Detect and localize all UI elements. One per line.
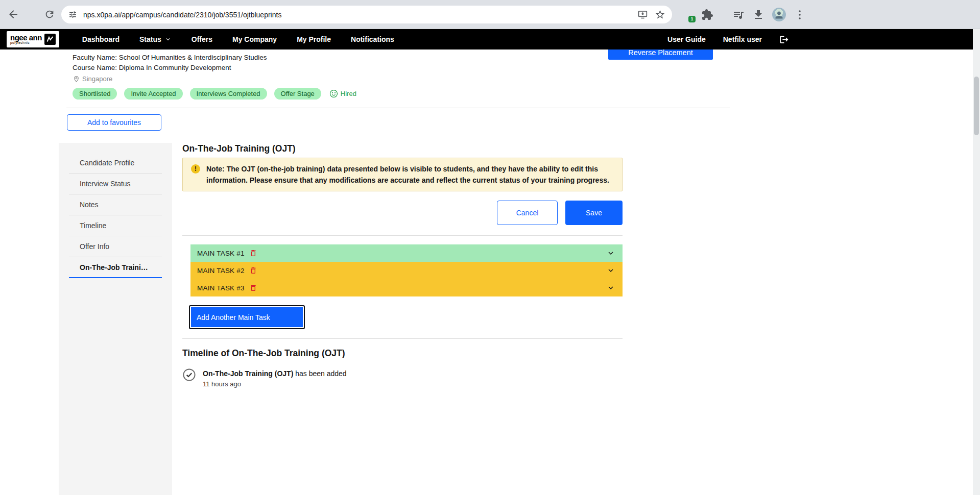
sidebar-item-notes[interactable]: Notes bbox=[69, 194, 162, 215]
logo-text-line1: ngee ann bbox=[10, 34, 42, 41]
warning-note: ! Note: The OJT (on-the-job training) da… bbox=[182, 158, 623, 191]
np-logo[interactable]: ngee ann polytechnic bbox=[7, 31, 59, 47]
delete-task-button[interactable] bbox=[249, 249, 257, 257]
status-badge-offer-stage: Offer Stage bbox=[274, 88, 321, 100]
np-logo-mark-icon bbox=[44, 34, 56, 45]
install-app-icon bbox=[637, 9, 648, 20]
bookmark-button[interactable] bbox=[655, 9, 665, 20]
warning-note-text: Note: The OJT (on-the-job training) data… bbox=[206, 165, 609, 184]
extensions-button[interactable] bbox=[701, 9, 713, 21]
candidate-sidebar: Candidate Profile Interview Status Notes… bbox=[59, 143, 172, 495]
section-divider bbox=[182, 338, 623, 339]
add-to-favourites-button[interactable]: Add to favourites bbox=[67, 114, 161, 131]
task-label: MAIN TASK #1 bbox=[197, 250, 245, 257]
extension-with-badge-button[interactable]: 1 bbox=[681, 9, 694, 21]
nav-item-dashboard[interactable]: Dashboard bbox=[82, 35, 119, 43]
install-app-button[interactable] bbox=[637, 9, 648, 20]
delete-task-button[interactable] bbox=[249, 284, 257, 292]
back-icon bbox=[7, 8, 19, 20]
extension-badge: 1 bbox=[688, 16, 696, 22]
sidebar-item-candidate-profile[interactable]: Candidate Profile bbox=[69, 153, 162, 174]
downloads-button[interactable] bbox=[752, 9, 764, 21]
refresh-icon bbox=[44, 9, 55, 20]
scrollbar-thumb[interactable] bbox=[974, 77, 979, 135]
status-badge-shortlisted: Shortlisted bbox=[73, 88, 117, 100]
logout-button[interactable] bbox=[779, 35, 789, 44]
status-badge-interviews-completed: Interviews Completed bbox=[190, 88, 267, 100]
trash-icon bbox=[249, 266, 257, 275]
task-label: MAIN TASK #2 bbox=[197, 267, 245, 275]
warning-icon: ! bbox=[191, 164, 200, 174]
sidebar-item-timeline[interactable]: Timeline bbox=[69, 215, 162, 236]
logout-icon bbox=[779, 35, 789, 44]
timeline-check-icon bbox=[182, 368, 196, 382]
url-text: nps.x0pa.ai/app/campus/candidate/2310/jo… bbox=[83, 11, 281, 19]
trash-icon bbox=[249, 284, 257, 292]
chevron-down-icon bbox=[164, 36, 172, 43]
faculty-line: Faculty Name: School Of Humanities & Int… bbox=[73, 54, 980, 62]
task-accordion-3[interactable]: MAIN TASK #3 bbox=[190, 279, 623, 296]
media-controls-button[interactable] bbox=[732, 9, 745, 21]
page-title: On-The-Job Training (OJT) bbox=[182, 143, 623, 154]
site-info-icon[interactable] bbox=[68, 10, 77, 19]
nav-item-my-profile[interactable]: My Profile bbox=[297, 35, 331, 43]
delete-task-button[interactable] bbox=[249, 266, 257, 275]
chevron-down-icon[interactable] bbox=[606, 249, 615, 258]
timeline-entry-text: On-The-Job Training (OJT) has been added bbox=[203, 368, 347, 378]
nav-item-username[interactable]: Netfilx user bbox=[723, 35, 762, 43]
sidebar-item-interview-status[interactable]: Interview Status bbox=[69, 174, 162, 194]
location-text: Singapore bbox=[82, 75, 112, 83]
hired-status: Hired bbox=[329, 89, 356, 98]
bookmark-star-icon bbox=[655, 9, 665, 20]
nav-item-my-company[interactable]: My Company bbox=[232, 35, 277, 43]
hired-label: Hired bbox=[341, 90, 356, 97]
timeline-entry: On-The-Job Training (OJT) has been added… bbox=[182, 368, 623, 388]
task-accordion-list: MAIN TASK #1 MAIN TASK #2 MAIN TASK #3 bbox=[190, 244, 623, 296]
task-label: MAIN TASK #3 bbox=[197, 284, 245, 292]
task-accordion-1[interactable]: MAIN TASK #1 bbox=[190, 244, 623, 262]
course-line: Course Name: Diploma In Community Develo… bbox=[73, 64, 980, 72]
app-navbar: ngee ann polytechnic Dashboard Status Of… bbox=[0, 29, 980, 50]
nav-item-notifications[interactable]: Notifications bbox=[351, 35, 394, 43]
page-scrollbar[interactable] bbox=[973, 29, 980, 495]
kebab-menu-icon bbox=[794, 9, 806, 21]
address-bar[interactable]: nps.x0pa.ai/app/campus/candidate/2310/jo… bbox=[61, 6, 672, 23]
chevron-down-icon[interactable] bbox=[606, 283, 615, 292]
browser-menu-button[interactable] bbox=[794, 9, 806, 21]
location-pin-icon bbox=[73, 75, 80, 83]
refresh-button[interactable] bbox=[44, 9, 55, 20]
back-button[interactable] bbox=[7, 8, 19, 20]
nav-item-user-guide[interactable]: User Guide bbox=[667, 35, 706, 43]
sidebar-item-offer-info[interactable]: Offer Info bbox=[69, 236, 162, 257]
browser-toolbar: nps.x0pa.ai/app/campus/candidate/2310/jo… bbox=[0, 0, 980, 29]
task-accordion-2[interactable]: MAIN TASK #2 bbox=[190, 262, 623, 279]
section-divider bbox=[182, 235, 623, 236]
media-controls-icon bbox=[732, 9, 745, 21]
trash-icon bbox=[249, 249, 257, 257]
cancel-button[interactable]: Cancel bbox=[497, 201, 558, 225]
puzzle-icon bbox=[701, 9, 713, 21]
chevron-down-icon[interactable] bbox=[606, 266, 615, 275]
candidate-header: Faculty Name: School Of Humanities & Int… bbox=[0, 50, 980, 100]
add-another-main-task-button[interactable]: Add Another Main Task bbox=[189, 305, 305, 329]
nav-item-status[interactable]: Status bbox=[139, 35, 172, 43]
sidebar-item-on-the-job-training[interactable]: On-The-Job Traini… bbox=[69, 257, 162, 278]
nav-item-offers[interactable]: Offers bbox=[192, 35, 212, 43]
smiley-icon bbox=[329, 89, 338, 98]
person-icon bbox=[774, 10, 784, 20]
timeline-entry-time: 11 hours ago bbox=[203, 380, 347, 388]
ojt-main-panel: On-The-Job Training (OJT) ! Note: The OJ… bbox=[182, 143, 623, 495]
download-icon bbox=[752, 9, 764, 21]
timeline-title: Timeline of On-The-Job Training (OJT) bbox=[182, 348, 623, 359]
save-button[interactable]: Save bbox=[565, 201, 623, 225]
header-divider bbox=[66, 108, 730, 108]
browser-profile-avatar[interactable] bbox=[772, 8, 786, 21]
page-content: Reverse Placement Faculty Name: School O… bbox=[0, 50, 980, 495]
status-badge-invite-accepted: Invite Accepted bbox=[124, 88, 182, 100]
